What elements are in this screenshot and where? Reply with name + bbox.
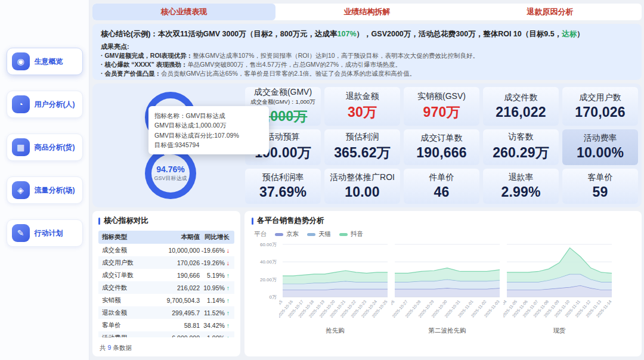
phase-label-0: 抢先购	[326, 327, 345, 335]
kpi-cell-3[interactable]: 成交件数216,022	[483, 87, 559, 126]
kpi-cell-13[interactable]: 退款率2.99%	[483, 169, 559, 204]
conclusion-segment: 核心结论(示例)：	[101, 30, 158, 38]
gauge-label: GSV目标达成	[154, 175, 187, 182]
tab-0[interactable]: 核心业绩表现	[92, 4, 275, 20]
tab-2[interactable]: 退款原因分析	[459, 4, 642, 20]
phase-label-2: 现货	[553, 327, 566, 335]
kpi-cell-6[interactable]: 预估利润365.62万	[324, 129, 400, 165]
phase-label-1: 第二波抢先购	[429, 327, 466, 335]
legend-name: 京东	[286, 230, 299, 238]
kpi-value: 30万	[348, 103, 377, 122]
title-accent-bar	[98, 218, 100, 225]
metric-value: 58.81	[148, 322, 200, 329]
legend-label: 平台	[254, 230, 267, 238]
kpi-value: 970万	[423, 103, 460, 122]
comparison-card: 核心指标对比 指标类型 本期值 同比增长 成交金额10,000,000-19.6…	[92, 211, 240, 356]
footer-prefix: 共	[100, 344, 107, 351]
kpi-title: 客单价	[588, 172, 613, 183]
legend-item-天猫[interactable]: 天猫	[307, 230, 331, 238]
summary-card: 核心结论(示例)：本次双11活动GMV 3000万（目标2，800万元，达成率1…	[92, 24, 642, 80]
footer-suffix: 条数据	[111, 344, 131, 351]
trend-chart-3[interactable]: 2025-11-042025-11-052025-11-062025-11-07…	[503, 240, 615, 329]
sidebar-item-2[interactable]: ▦商品分析(货)	[7, 134, 83, 161]
kpi-value: 170,026	[575, 104, 626, 120]
sidebar-item-4[interactable]: ✎行动计划	[7, 219, 83, 247]
kpi-cell-1[interactable]: 退款金额30万	[324, 87, 400, 126]
table-row-7: 活动费用6,000,0001.00% ↑	[98, 331, 234, 337]
kpi-cell-12[interactable]: 件单价46	[404, 169, 479, 204]
sidebar-item-label: 生意概览	[35, 57, 63, 67]
trend-chart-1[interactable]: 2025-10-152025-10-162025-10-172025-10-18…	[279, 240, 391, 329]
title-accent-bar	[252, 218, 253, 225]
kpi-cell-2[interactable]: 实销额(GSV)970万	[404, 87, 479, 126]
area-京东	[395, 288, 500, 297]
kpi-value: 10.00%	[577, 145, 624, 161]
kpi-title: 退款金额	[346, 91, 379, 102]
metric-name: 成交金额	[98, 246, 148, 255]
highlights-title: 成果亮点:	[101, 42, 633, 51]
trend-chart-2[interactable]: 2025-10-262025-10-272025-10-282025-10-29…	[391, 240, 503, 329]
bullet-rest: 单品GMV突破800万，售出4.57万件，占总GMV的27%，成功引爆市场热度。	[187, 61, 401, 68]
metric-yoy: -19.66% ↓	[200, 247, 234, 254]
legend-item-京东[interactable]: 京东	[275, 230, 299, 238]
kpi-title: 活动费率	[584, 133, 617, 144]
overview-icon: ◉	[12, 52, 30, 70]
charts-row: 60.00万40.00万20.00万0万2025-10-152025-10-16…	[252, 240, 634, 335]
arrow-down-icon: ↓	[227, 259, 230, 266]
table-footer: 共 9 条数据	[100, 344, 135, 352]
kpi-title: 成交用户数	[580, 92, 621, 103]
sidebar-item-label: 商品分析(货)	[35, 142, 75, 153]
chart-legend: 平台 京东天猫抖音	[254, 230, 634, 238]
summary-bullet-1: · 核心爆款 “XXXX” 表现强劲：单品GMV突破800万，售出4.57万件，…	[101, 60, 633, 69]
metric-value: 216,022	[148, 284, 200, 291]
tab-1[interactable]: 业绩结构拆解	[275, 4, 459, 20]
sidebar-item-0[interactable]: ◉生意概览	[7, 48, 83, 75]
legend-item-抖音[interactable]: 抖音	[339, 230, 363, 238]
kpi-cell-7[interactable]: 成交订单数190,666	[404, 129, 479, 165]
gauge-inner: 94.76%GSV目标达成	[151, 154, 190, 193]
kpi-cell-9[interactable]: 活动费率10.00%	[562, 129, 638, 165]
metric-name: 实销额	[98, 296, 148, 305]
bullet-rest: 整体GMV达成率107%，投资回报率（ROI）达到10，高于预设目标，表明本次大…	[193, 52, 479, 59]
gauge-ring-1: 94.76%GSV目标达成	[145, 148, 196, 199]
metric-yoy: 1.00% ↑	[200, 334, 234, 338]
kpi-sub: 成交金额(GMV)：1,000万	[250, 98, 315, 106]
kpi-cell-10[interactable]: 预估利润率37.69%	[245, 169, 321, 204]
kpi-value: 260.29万	[493, 144, 549, 162]
highlight-bullets: · GMV超额完成，ROI表现优异：整体GMV达成率107%，投资回报率（ROI…	[101, 51, 633, 79]
metric-value: 190,666	[148, 272, 200, 279]
kpi-title: 成交件数	[504, 92, 538, 103]
table-row-1: 成交用户数170,026-19.26% ↓	[98, 256, 234, 269]
kpi-title: 访客数	[509, 132, 534, 142]
bullet-rest: 会员贡献GMV占比高达65%，客单价是日常客的2.1倍。验证了会员体系的忠诚度和…	[161, 70, 416, 77]
kpi-panel: 指标名称：GMV目标达成GMV目标达成:1,000.00万GMV目标达成百分比:…	[92, 83, 642, 207]
dashboard-root: ◉生意概览◔用户分析(人)▦商品分析(货)◈流量分析(场)✎行动计划 核心业绩表…	[0, 0, 644, 360]
gauge-column: 指标名称：GMV目标达成GMV目标达成:1,000.00万GMV目标达成百分比:…	[96, 87, 245, 204]
kpi-cell-4[interactable]: 成交用户数170,026	[562, 87, 638, 126]
conclusion-segment: 达标	[562, 30, 577, 38]
table-row-0: 成交金额10,000,000-19.66% ↓	[98, 244, 234, 256]
sidebar-item-3[interactable]: ◈流量分析(场)	[7, 176, 83, 204]
y-axis: 60.00万40.00万20.00万0万	[252, 240, 279, 329]
arrow-up-icon: ↑	[227, 334, 230, 338]
arrow-up-icon: ↑	[227, 297, 230, 304]
trend-card: 各平台销售趋势分析 平台 京东天猫抖音 60.00万40.00万20.00万0万…	[244, 211, 642, 356]
chart-block-1: 2025-10-262025-10-272025-10-282025-10-29…	[391, 240, 503, 335]
sidebar-item-1[interactable]: ◔用户分析(人)	[7, 91, 83, 118]
kpi-cell-8[interactable]: 访客数260.29万	[483, 129, 559, 165]
legend-swatch-icon	[275, 233, 283, 236]
metric-value: 170,026	[148, 259, 200, 266]
conclusion-segment: 本次双11活动GMV 3000万（目标2，800万元，达成率	[158, 30, 338, 38]
summary-bullet-2: · 会员资产价值凸显：会员贡献GMV占比高达65%，客单价是日常客的2.1倍。验…	[101, 69, 633, 78]
kpi-cell-11[interactable]: 活动整体推广ROI10.00	[324, 169, 400, 204]
metric-name: 成交订单数	[98, 271, 148, 280]
kpi-title: 预估利润率	[262, 172, 304, 183]
gauge-value: 94.76%	[156, 165, 184, 174]
metric-value: 6,000,000	[148, 334, 200, 338]
table-header: 指标类型 本期值 同比增长	[98, 231, 234, 244]
conclusion-segment: ），GSV2000万，活动总花费300万，整体ROI 10（目标9.5，	[357, 30, 562, 38]
kpi-title: 活动整体推广ROI	[330, 172, 395, 183]
kpi-cell-14[interactable]: 客单价59	[562, 169, 638, 204]
sidebar-menu: ◉生意概览◔用户分析(人)▦商品分析(货)◈流量分析(场)✎行动计划	[0, 48, 89, 247]
area-抖音	[507, 248, 612, 282]
